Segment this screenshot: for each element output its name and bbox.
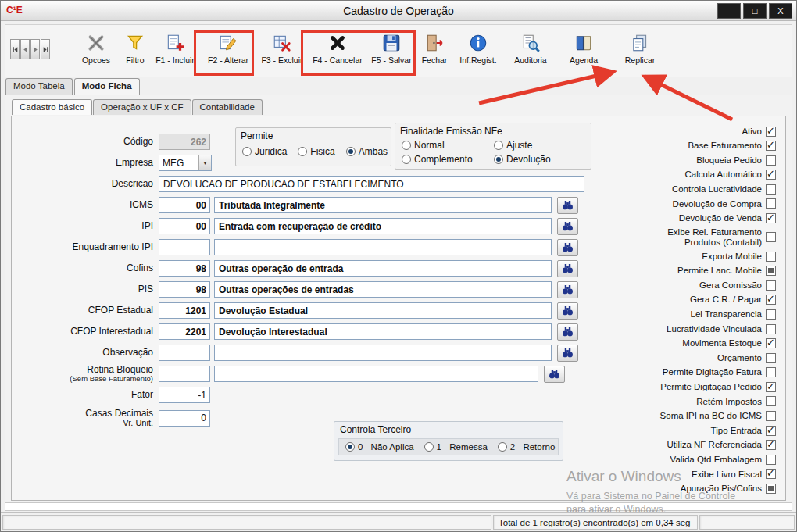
radio-retorno[interactable]: 2 - Retorno	[498, 442, 556, 452]
observacao-lookup-button[interactable]	[557, 345, 578, 362]
radio-normal[interactable]: Normal	[402, 140, 494, 151]
checkbox[interactable]	[766, 127, 776, 137]
checkbox[interactable]	[766, 484, 776, 494]
checkbox[interactable]	[766, 338, 776, 348]
checkbox[interactable]	[766, 213, 776, 223]
icms-lookup-button[interactable]	[557, 197, 578, 214]
enquadramento-ipi-desc-input[interactable]	[214, 239, 552, 255]
form-row-descricao: Descricao	[13, 176, 595, 192]
first-record-button[interactable]	[10, 39, 20, 59]
pis-label: PIS	[138, 284, 153, 295]
radio-ajuste[interactable]: Ajuste	[494, 140, 580, 151]
casas-decimais-input[interactable]	[159, 410, 210, 427]
rotina-bloqueio-desc-input[interactable]	[214, 366, 538, 382]
rotina-bloqueio-lookup-button[interactable]	[544, 366, 565, 383]
checkbox[interactable]	[766, 198, 776, 209]
checkbox[interactable]	[766, 411, 776, 421]
minimize-button[interactable]: —	[717, 3, 741, 19]
enquadramento-ipi-lookup-button[interactable]	[557, 239, 578, 256]
maximize-button[interactable]: □	[743, 3, 767, 19]
tab-modo-tabela[interactable]: Modo Tabela	[5, 78, 73, 95]
auditoria-button[interactable]: Auditoria	[509, 30, 552, 76]
f1-incluir-button[interactable]: F1 - Incluir	[152, 30, 198, 76]
icms-desc-input[interactable]	[214, 197, 552, 213]
radio-fisica[interactable]: Fisica	[298, 146, 334, 157]
checkbox[interactable]	[766, 141, 776, 151]
f4-cancelar-button[interactable]: F4 - Cancelar	[310, 30, 365, 76]
filter-button[interactable]: Filtro	[120, 30, 151, 76]
chevron-down-icon[interactable]: ▼	[198, 155, 211, 170]
f5-salvar-button[interactable]: F5 - Salvar	[367, 30, 416, 76]
last-record-button[interactable]	[41, 39, 50, 59]
checkbox[interactable]	[766, 426, 776, 436]
radio-nao-aplica[interactable]: 0 - Não Aplica	[345, 442, 414, 452]
last-record-icon	[42, 46, 49, 53]
close-button[interactable]: X	[769, 3, 792, 19]
checkbox[interactable]	[766, 440, 776, 450]
cfop-interestadual-desc-input[interactable]	[214, 323, 552, 340]
cfop-interestadual-lookup-button[interactable]	[557, 323, 578, 341]
checkbox[interactable]	[766, 280, 776, 291]
cfop-estadual-code-input[interactable]	[159, 302, 210, 319]
descricao-input[interactable]	[159, 176, 584, 192]
fator-input[interactable]	[159, 387, 210, 403]
radio-ambas[interactable]: Ambas	[346, 146, 388, 157]
tab-operacao-uf-cf[interactable]: Operação x UF x CF	[93, 99, 191, 115]
fechar-button[interactable]: Fechar	[418, 30, 451, 76]
cfop-interestadual-code-input[interactable]	[159, 323, 210, 340]
previous-record-button[interactable]	[20, 39, 30, 59]
cfop-estadual-lookup-button[interactable]	[557, 302, 578, 320]
rotina-bloqueio-sublabel: (Sem Base Faturamento)	[70, 375, 153, 383]
cofins-code-input[interactable]	[159, 260, 210, 277]
cofins-desc-input[interactable]	[214, 260, 552, 277]
inf-regist-button[interactable]: Inf.Regist.	[456, 30, 501, 76]
observacao-code-input[interactable]	[159, 345, 210, 361]
cfop-estadual-desc-input[interactable]	[214, 302, 552, 319]
replicar-button[interactable]: Replicar	[620, 30, 660, 76]
checkbox[interactable]	[766, 232, 776, 242]
pis-lookup-button[interactable]	[557, 281, 578, 298]
next-record-button[interactable]	[30, 39, 40, 59]
descricao-label: Descricao	[112, 179, 153, 189]
observacao-desc-input[interactable]	[214, 345, 552, 361]
ipi-code-input[interactable]	[159, 218, 210, 234]
empresa-select[interactable]: MEG ▼	[159, 155, 212, 171]
icms-code-input[interactable]	[159, 197, 210, 213]
checkbox[interactable]	[766, 367, 776, 377]
f3-excluir-button[interactable]: F3 - Excluir	[258, 30, 306, 76]
checkbox[interactable]	[766, 469, 776, 479]
tab-cadastro-basico[interactable]: Cadastro básico	[12, 99, 92, 115]
ipi-desc-input[interactable]	[214, 218, 552, 234]
radio-devolucao[interactable]: Devolução	[494, 154, 580, 165]
agenda-button[interactable]: Agenda	[563, 30, 604, 76]
flag-gera-comissao: Gera Comissão	[643, 280, 776, 291]
radio-remessa[interactable]: 1 - Remessa	[424, 442, 488, 452]
finalidade-nfe-group: Finalidade Emissão NFe Normal Ajuste Com…	[395, 123, 591, 170]
enquadramento-ipi-code-input[interactable]	[159, 239, 210, 255]
pis-code-input[interactable]	[159, 281, 210, 298]
pis-desc-input[interactable]	[214, 281, 552, 298]
checkbox[interactable]	[766, 353, 776, 363]
rotina-bloqueio-code-input[interactable]	[159, 366, 210, 382]
checkbox[interactable]	[766, 324, 776, 334]
ipi-lookup-button[interactable]	[557, 218, 578, 235]
cofins-lookup-button[interactable]	[557, 260, 578, 277]
checkbox[interactable]	[766, 155, 776, 166]
checkbox[interactable]	[766, 266, 776, 276]
tab-modo-ficha[interactable]: Modo Ficha	[74, 78, 140, 95]
checkbox[interactable]	[766, 170, 776, 180]
radio-juridica[interactable]: Juridica	[242, 146, 287, 157]
first-record-icon	[12, 46, 19, 53]
checkbox[interactable]	[766, 396, 776, 406]
options-button[interactable]: Opcoes	[77, 30, 115, 76]
tab-contabilidade[interactable]: Contabilidade	[192, 99, 263, 115]
checkbox[interactable]	[766, 455, 776, 465]
checkbox[interactable]	[766, 295, 776, 305]
checkbox[interactable]	[766, 382, 776, 392]
f2-alterar-button[interactable]: F2 - Alterar	[202, 30, 254, 76]
radio-complemento[interactable]: Complemento	[402, 154, 494, 165]
checkbox[interactable]	[766, 184, 776, 195]
checkbox[interactable]	[766, 309, 776, 320]
checkbox[interactable]	[766, 252, 776, 262]
binoculars-icon	[561, 241, 574, 253]
